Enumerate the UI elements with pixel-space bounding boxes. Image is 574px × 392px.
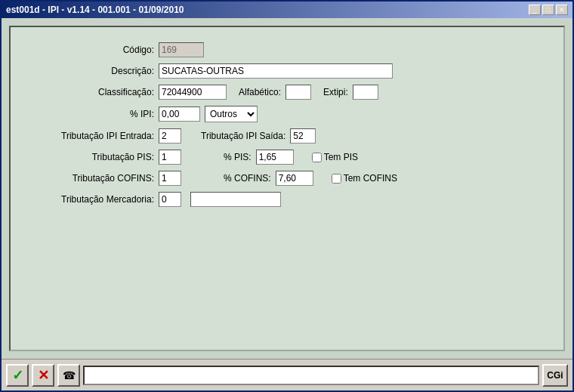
trib-ipi-saida-input[interactable] — [290, 128, 316, 144]
trib-mercadoria-extra-input[interactable] — [190, 192, 281, 207]
perc-pis-input[interactable] — [256, 150, 294, 165]
codigo-input[interactable] — [159, 42, 204, 57]
window-title: est001d - IPI - v1.14 - 001.001 - 01/09/… — [6, 5, 184, 15]
trib-ipi-saida-label: Tributação IPI Saída: — [201, 131, 285, 141]
tem-cofins-checkbox-label[interactable]: Tem COFINS — [332, 173, 397, 184]
tem-pis-checkbox-label[interactable]: Tem PIS — [312, 152, 358, 162]
main-panel: Código: Descrição: Classificação: Alfabé… — [9, 26, 565, 351]
codigo-label: Código: — [33, 45, 154, 55]
status-input[interactable] — [83, 366, 539, 385]
tem-pis-checkbox[interactable] — [312, 153, 322, 162]
tem-cofins-label: Tem COFINS — [344, 173, 397, 184]
pipi-label: % IPI: — [33, 109, 154, 119]
trib-cofins-row: Tributação COFINS: % COFINS: Tem COFINS — [33, 171, 541, 186]
main-window: est001d - IPI - v1.14 - 001.001 - 01/09/… — [0, 0, 574, 392]
perc-cofins-input[interactable] — [276, 171, 313, 186]
title-bar: est001d - IPI - v1.14 - 001.001 - 01/09/… — [2, 2, 572, 18]
trib-mercadoria-label: Tributação Mercadoria: — [33, 194, 154, 205]
ipi-input[interactable] — [159, 106, 200, 122]
trib-mercadoria-row: Tributação Mercadoria: — [33, 192, 541, 207]
perc-cofins-label: % COFINS: — [224, 173, 271, 184]
trib-ipi-entrada-input[interactable] — [159, 128, 181, 144]
trib-pis-row: Tributação PIS: % PIS: Tem PIS — [33, 150, 541, 165]
classificacao-row: Classificação: Alfabético: Extipi: — [33, 85, 541, 100]
alfabetico-label: Alfabético: — [239, 87, 281, 97]
cgi-button[interactable]: CGi — [542, 364, 568, 387]
confirm-button[interactable]: ✓ — [6, 364, 29, 387]
ipi-row: % IPI: Outros Opção 1 Opção 2 — [33, 106, 541, 122]
phone-icon: ☎ — [63, 369, 76, 381]
outros-select[interactable]: Outros Opção 1 Opção 2 — [205, 106, 258, 122]
descricao-input[interactable] — [159, 63, 393, 79]
trib-pis-input[interactable] — [159, 150, 181, 165]
extipi-input[interactable] — [353, 85, 378, 100]
descricao-row: Descrição: — [33, 63, 541, 79]
content-area: Código: Descrição: Classificação: Alfabé… — [2, 18, 572, 359]
tem-pis-label: Tem PIS — [324, 152, 358, 162]
phone-button[interactable]: ☎ — [57, 364, 80, 387]
minimize-button[interactable]: _ — [529, 5, 541, 15]
classificacao-label: Classificação: — [33, 87, 154, 97]
maximize-button[interactable]: □ — [542, 5, 554, 15]
perc-pis-label: % PIS: — [224, 152, 252, 162]
x-icon: ✕ — [38, 367, 49, 384]
classificacao-input[interactable] — [159, 85, 227, 100]
close-button[interactable]: ✕ — [556, 5, 568, 15]
check-icon: ✓ — [12, 367, 23, 384]
extipi-label: Extipi: — [323, 87, 348, 97]
alfabetico-input[interactable] — [285, 85, 311, 100]
codigo-row: Código: — [33, 42, 541, 57]
trib-mercadoria-input[interactable] — [159, 192, 181, 207]
trib-pis-label: Tributação PIS: — [33, 152, 154, 162]
trib-cofins-input[interactable] — [159, 171, 181, 186]
trib-cofins-label: Tributação COFINS: — [33, 173, 154, 184]
window-controls: _ □ ✕ — [529, 5, 568, 15]
descricao-label: Descrição: — [33, 66, 154, 76]
trib-ipi-entrada-label: Tributação IPI Entrada: — [33, 131, 154, 141]
tem-cofins-checkbox[interactable] — [332, 174, 341, 184]
cancel-button[interactable]: ✕ — [32, 364, 54, 387]
trib-ipi-row: Tributação IPI Entrada: Tributação IPI S… — [33, 128, 541, 144]
bottom-bar: ✓ ✕ ☎ CGi — [2, 359, 572, 390]
